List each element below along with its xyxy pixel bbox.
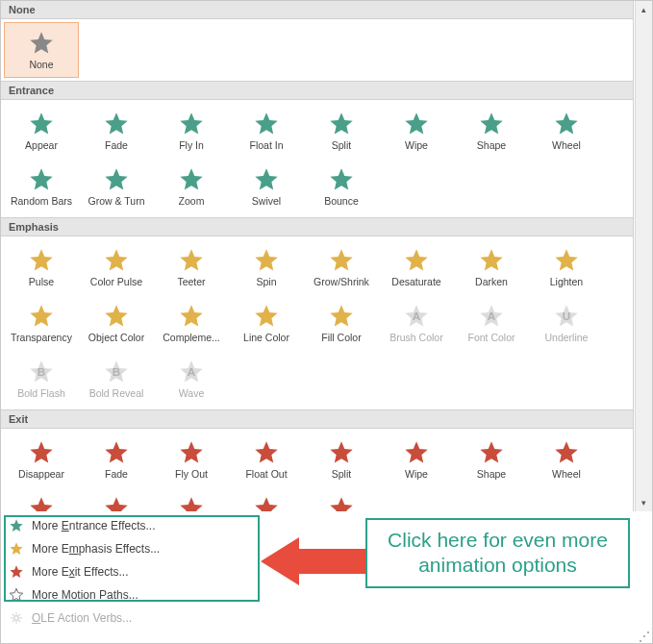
animation-growturn[interactable]: Grow & Turn — [79, 159, 154, 214]
animation-label: Appear — [25, 139, 58, 151]
animation-underline: UUnderline — [529, 295, 604, 351]
animation-zoom[interactable]: Zoom — [154, 159, 229, 214]
animation-zoom2[interactable]: Zoom — [154, 487, 229, 511]
star-icon — [328, 303, 355, 330]
animation-label: Fade — [105, 139, 128, 151]
animation-label: Fill Color — [321, 332, 361, 343]
animation-flyout[interactable]: Fly Out — [154, 432, 229, 487]
star-icon — [178, 111, 205, 137]
animation-objectcolor[interactable]: Object Color — [79, 295, 154, 351]
section-header-none: None — [1, 1, 633, 19]
vertical-scrollbar[interactable]: ▴ ▾ — [635, 1, 652, 511]
more-emphasis[interactable]: More Emphasis Effects... — [1, 537, 652, 560]
animation-label: Compleme... — [163, 332, 220, 343]
more-effects-list: More Entrance Effects... More Emphasis E… — [1, 512, 652, 632]
animation-floatin[interactable]: Float In — [229, 103, 304, 159]
animation-label: Fly In — [179, 139, 204, 151]
star-icon — [9, 541, 24, 557]
animation-fade2[interactable]: Fade — [79, 432, 154, 487]
animation-brushcolor: ABrush Color — [379, 295, 454, 351]
animation-flyin[interactable]: Fly In — [154, 103, 229, 159]
animation-label: Wave — [179, 387, 204, 399]
star-icon — [28, 30, 55, 57]
animation-swivel2[interactable]: Swivel — [229, 487, 304, 511]
svg-line-12 — [18, 620, 20, 622]
more-exit[interactable]: More Exit Effects... — [1, 560, 652, 583]
animation-split[interactable]: Split — [304, 103, 379, 159]
more-item-label: More Emphasis Effects... — [32, 542, 160, 556]
animation-fade[interactable]: Fade — [79, 103, 154, 159]
animation-growshrink[interactable]: Grow/Shrink — [304, 239, 379, 295]
animation-split2[interactable]: Split — [304, 432, 379, 487]
star-icon — [103, 247, 130, 274]
animation-wheel[interactable]: Wheel — [529, 103, 604, 159]
animation-disappear[interactable]: Disappear — [4, 432, 79, 487]
star-icon — [553, 111, 580, 137]
animation-shape2[interactable]: Shape — [454, 432, 529, 487]
animation-shrinkturn[interactable]: Shrink & Tu... — [79, 487, 154, 511]
animation-appear[interactable]: Appear — [4, 103, 79, 159]
more-item-label: More Motion Paths... — [32, 588, 138, 602]
animation-label: Wheel — [552, 139, 581, 151]
animation-swivel[interactable]: Swivel — [229, 159, 304, 214]
star-icon — [9, 518, 24, 533]
resize-grip-icon[interactable]: ⋰ — [639, 630, 650, 641]
animation-wheel2[interactable]: Wheel — [529, 432, 604, 487]
animation-bounce[interactable]: Bounce — [304, 159, 379, 214]
animation-wipe[interactable]: Wipe — [379, 103, 454, 159]
scroll-up-arrow-icon[interactable]: ▴ — [636, 1, 652, 18]
star-icon: U — [553, 303, 580, 330]
ole-action: OLE Action Verbs... — [1, 607, 652, 630]
more-item-label: More Entrance Effects... — [32, 519, 156, 533]
star-icon — [28, 495, 55, 511]
animation-transparency[interactable]: Transparency — [4, 295, 79, 351]
animation-boldreveal: BBold Reveal — [79, 351, 154, 407]
star-icon: A — [478, 303, 505, 330]
animation-label: Grow & Turn — [88, 195, 145, 207]
svg-line-14 — [18, 614, 20, 616]
animation-label: None — [29, 59, 53, 70]
animation-randombars2[interactable]: Random Bars — [4, 487, 79, 511]
star-icon — [328, 495, 355, 511]
section-header-entrance: Entrance — [1, 81, 633, 100]
section-header-exit: Exit — [1, 409, 633, 429]
animation-label: Line Color — [243, 332, 289, 343]
animation-label: Darken — [475, 276, 508, 287]
animation-boldflash: BBold Flash — [4, 351, 79, 407]
animation-floatout[interactable]: Float Out — [229, 432, 304, 487]
scroll-down-arrow-icon[interactable]: ▾ — [636, 494, 652, 511]
animation-label: Transparency — [11, 332, 72, 343]
animation-label: Split — [332, 468, 351, 480]
animation-desaturate[interactable]: Desaturate — [379, 239, 454, 295]
star-icon — [253, 247, 280, 274]
animation-linecolor[interactable]: Line Color — [229, 295, 304, 351]
section-grid-exit: Disappear Fade Fly Out Float Out Split W… — [1, 429, 633, 511]
star-icon — [328, 111, 355, 137]
animation-bounce2[interactable]: Bounce — [304, 487, 379, 511]
animation-label: Fly Out — [175, 468, 208, 480]
section-grid-none: None — [1, 19, 633, 81]
star-icon — [103, 303, 130, 330]
more-entrance[interactable]: More Entrance Effects... — [1, 514, 652, 537]
more-motion[interactable]: More Motion Paths... — [1, 583, 652, 607]
animation-complement[interactable]: Compleme... — [154, 295, 229, 351]
animation-lighten[interactable]: Lighten — [529, 239, 604, 295]
star-icon — [403, 247, 430, 274]
animation-colorpulse[interactable]: Color Pulse — [79, 239, 154, 295]
animation-darken[interactable]: Darken — [454, 239, 529, 295]
animation-label: Font Color — [467, 332, 515, 343]
animation-fillcolor[interactable]: Fill Color — [304, 295, 379, 351]
more-item-label: OLE Action Verbs... — [32, 611, 132, 625]
animation-pulse[interactable]: Pulse — [4, 239, 79, 295]
animation-teeter[interactable]: Teeter — [154, 239, 229, 295]
star-icon — [253, 166, 280, 193]
animation-wipe2[interactable]: Wipe — [379, 432, 454, 487]
animation-shape[interactable]: Shape — [454, 103, 529, 159]
animation-randombars[interactable]: Random Bars — [4, 159, 79, 214]
star-icon — [328, 439, 355, 466]
animation-label: Disappear — [18, 468, 64, 480]
star-icon — [28, 166, 55, 193]
animation-label: Spin — [256, 276, 276, 287]
animation-spin[interactable]: Spin — [229, 239, 304, 295]
animation-none[interactable]: None — [4, 22, 79, 78]
